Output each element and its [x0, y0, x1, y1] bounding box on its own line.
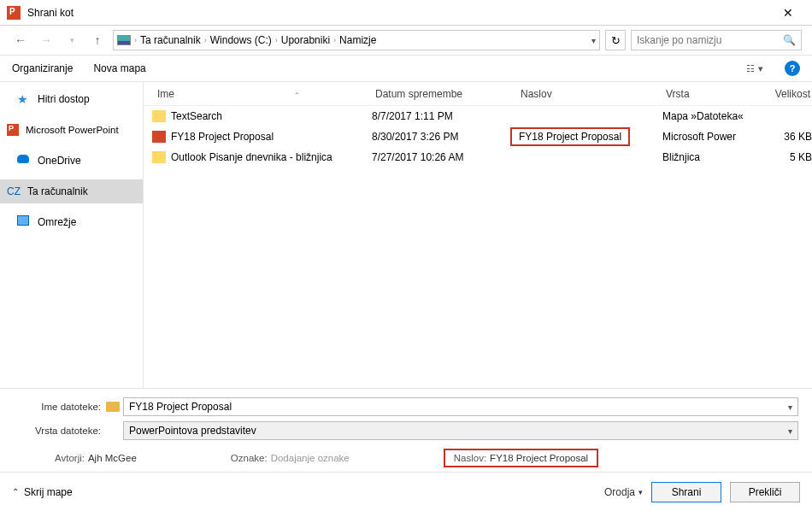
- sidebar-item-label: Hitri dostop: [38, 93, 90, 105]
- drive-icon: [117, 35, 131, 45]
- column-header-name[interactable]: Ime⌃: [152, 88, 370, 100]
- filename-label: Ime datoteke:: [14, 402, 106, 412]
- close-button[interactable]: ✕: [771, 0, 805, 26]
- file-name: FY18 Project Proposal: [171, 131, 372, 143]
- column-header-title[interactable]: Naslov: [515, 88, 661, 100]
- powerpoint-file-icon: [152, 131, 166, 143]
- file-type: Bližnjica: [662, 151, 761, 163]
- powerpoint-icon: [7, 6, 21, 20]
- file-row[interactable]: Outlook Pisanje dnevnika - bližnjica 7/2…: [144, 147, 812, 167]
- save-options: Ime datoteke: FY18 Project Proposal ▾ Vr…: [0, 388, 812, 473]
- sidebar: ★ Hitri dostop Microsoft PowerPoint OneD…: [0, 82, 144, 388]
- file-size: 36 KB: [761, 131, 812, 143]
- address-bar[interactable]: › Ta računalnik › Windows (C:) › Uporabn…: [113, 30, 600, 50]
- file-title: FY18 Project Proposal: [517, 131, 662, 143]
- refresh-button[interactable]: ↻: [605, 30, 626, 50]
- sidebar-item-label: Ta računalnik: [27, 185, 88, 197]
- file-type: Mapa »Datoteka«: [662, 110, 761, 122]
- file-type: Microsoft Power: [662, 131, 761, 143]
- back-button[interactable]: ←: [10, 30, 31, 50]
- column-headers: Ime⌃ Datum spremembe Naslov Vrsta Veliko…: [144, 82, 812, 106]
- tags-field[interactable]: Oznake: Dodajanje oznake: [231, 453, 350, 463]
- chevron-right-icon: ›: [134, 36, 137, 44]
- chevron-right-icon: ›: [275, 36, 278, 44]
- file-row[interactable]: TextSearch 8/7/2017 1:11 PM Mapa »Datote…: [144, 106, 812, 126]
- powerpoint-icon: [7, 124, 19, 136]
- chevron-right-icon: ›: [333, 36, 336, 44]
- file-name: TextSearch: [171, 110, 372, 122]
- breadcrumb-item[interactable]: Namizje: [339, 34, 376, 46]
- sidebar-item-quickaccess[interactable]: ★ Hitri dostop: [0, 87, 143, 111]
- sidebar-item-label: OneDrive: [38, 155, 81, 167]
- history-dropdown[interactable]: ▾: [62, 30, 82, 50]
- folder-icon: [106, 402, 120, 412]
- footer: ⌃ Skrij mape Orodja ▾ Shrani Prekliči: [0, 472, 812, 511]
- file-date: 8/30/2017 3:26 PM: [372, 131, 517, 143]
- window-title: Shrani kot: [27, 7, 771, 19]
- filetype-label: Vrsta datoteke:: [14, 426, 106, 436]
- sidebar-item-network[interactable]: Omrežje: [0, 210, 143, 234]
- chevron-down-icon[interactable]: ▾: [788, 426, 792, 436]
- breadcrumb-item[interactable]: Ta računalnik: [140, 34, 201, 46]
- breadcrumb-item[interactable]: Windows (C:): [210, 34, 272, 46]
- chevron-right-icon: ›: [204, 36, 207, 44]
- file-list: Ime⌃ Datum spremembe Naslov Vrsta Veliko…: [144, 82, 812, 388]
- column-header-date[interactable]: Datum spremembe: [370, 88, 515, 100]
- search-placeholder: Iskanje po namizju: [637, 34, 721, 46]
- filename-input[interactable]: FY18 Project Proposal ▾: [123, 397, 798, 416]
- breadcrumb-item[interactable]: Uporabniki: [281, 34, 330, 46]
- title-field[interactable]: Naslov: FY18 Project Proposal: [444, 449, 598, 467]
- column-header-size[interactable]: Velikost: [759, 88, 810, 100]
- file-name: Outlook Pisanje dnevnika - bližnjica: [171, 151, 372, 163]
- file-row[interactable]: FY18 Project Proposal 8/30/2017 3:26 PM …: [144, 126, 812, 147]
- sidebar-item-thispc[interactable]: CZ Ta računalnik: [0, 179, 143, 203]
- forward-button[interactable]: →: [36, 30, 56, 50]
- chevron-down-icon[interactable]: ▾: [591, 36, 596, 45]
- save-button[interactable]: Shrani: [651, 482, 721, 502]
- network-icon: [17, 215, 31, 229]
- view-mode-button[interactable]: ☷ ▾: [745, 61, 764, 76]
- up-button[interactable]: ↑: [87, 30, 108, 50]
- sidebar-item-label: Omrežje: [38, 216, 76, 228]
- tools-menu[interactable]: Orodja ▾: [604, 486, 643, 498]
- navigation-bar: ← → ▾ ↑ › Ta računalnik › Windows (C:) ›…: [0, 26, 812, 55]
- chevron-up-icon: ⌃: [12, 487, 19, 496]
- folder-icon: [152, 110, 166, 122]
- hide-folders-button[interactable]: ⌃ Skrij mape: [12, 486, 73, 498]
- titlebar: Shrani kot ✕: [0, 0, 812, 26]
- search-input[interactable]: Iskanje po namizju 🔍: [631, 30, 802, 50]
- chevron-down-icon: ▾: [638, 488, 643, 496]
- onedrive-icon: [17, 154, 31, 167]
- column-header-type[interactable]: Vrsta: [661, 88, 759, 100]
- chevron-down-icon[interactable]: ▾: [788, 402, 792, 412]
- sidebar-item-onedrive[interactable]: OneDrive: [0, 149, 143, 173]
- sidebar-item-label: Microsoft PowerPoint: [26, 125, 119, 135]
- toolbar: Organiziranje Nova mapa ☷ ▾ ?: [0, 55, 812, 82]
- file-size: 5 KB: [761, 151, 812, 163]
- sidebar-prefix: CZ: [7, 185, 21, 197]
- star-icon: ★: [17, 92, 31, 106]
- search-icon: 🔍: [783, 34, 796, 46]
- organize-menu[interactable]: Organiziranje: [12, 62, 73, 74]
- authors-field[interactable]: Avtorji: Ajh McGee: [55, 453, 137, 463]
- sidebar-item-powerpoint[interactable]: Microsoft PowerPoint: [0, 118, 143, 142]
- shortcut-icon: [152, 151, 166, 163]
- file-date: 7/27/2017 10:26 AM: [372, 151, 517, 163]
- new-folder-button[interactable]: Nova mapa: [93, 62, 145, 74]
- filetype-select[interactable]: PowerPointova predstavitev ▾: [123, 421, 798, 440]
- file-date: 8/7/2017 1:11 PM: [372, 110, 517, 122]
- cancel-button[interactable]: Prekliči: [730, 482, 800, 502]
- help-button[interactable]: ?: [785, 61, 800, 76]
